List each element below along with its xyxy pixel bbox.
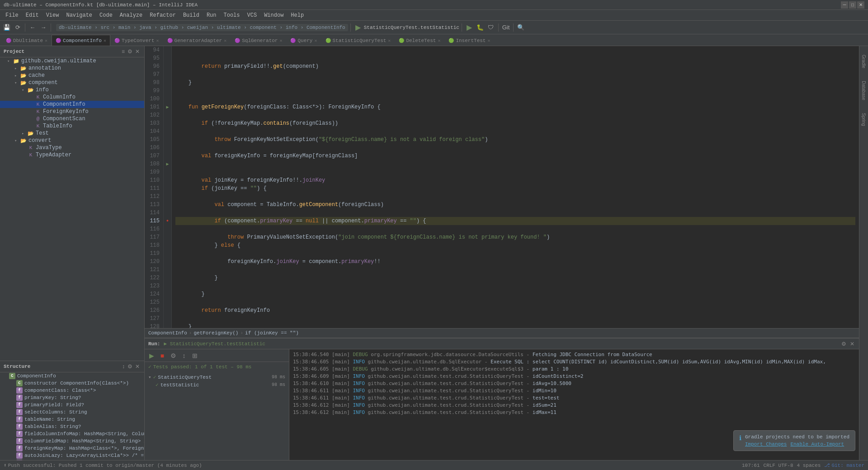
tab-deletetest[interactable]: 🟢 DeleteTest ✕ — [395, 35, 444, 46]
tab-inserttest[interactable]: 🟢 InsertTest ✕ — [444, 35, 494, 46]
tab-close-sqlgenerator[interactable]: ✕ — [279, 38, 282, 43]
struct-field-tablealias[interactable]: f tableAlias: String? — [0, 423, 144, 430]
menu-file[interactable]: File — [2, 11, 22, 19]
tab-dbultimate[interactable]: 🟣 DbUltimate ✕ — [2, 35, 52, 46]
structure-settings-button[interactable]: ⚙ — [127, 363, 133, 370]
tree-foreignkeyinfo[interactable]: K ForeignKeyInfo — [0, 108, 144, 115]
forward-button[interactable]: → — [38, 23, 48, 33]
tab-close-statisticquerytest[interactable]: ✕ — [388, 38, 391, 43]
menu-analyze[interactable]: Analyze — [116, 11, 146, 19]
menu-tools[interactable]: Tools — [220, 11, 244, 19]
tab-statisticquerytest[interactable]: 🟢 StatisticQueryTest ✕ — [321, 35, 395, 46]
tab-sqlgenerator[interactable]: 🟣 SqlGenerator ✕ — [231, 35, 286, 46]
gradle-import-link[interactable]: Import Changes — [745, 442, 787, 447]
run-rerun-button[interactable]: ▶ — [146, 351, 156, 361]
run-stop-button[interactable]: ■ — [157, 351, 167, 361]
breadcrumb-ifjoinkey[interactable]: if (joinKey == "") — [245, 330, 299, 336]
tree-root[interactable]: ▾ 📁 github.cweijan.ultimate — [0, 57, 144, 65]
tab-generatoradapter[interactable]: 🟣 GeneratorAdapter ✕ — [163, 35, 231, 46]
tab-close-deletetest[interactable]: ✕ — [438, 38, 440, 43]
struct-field-primarykey[interactable]: f primaryKey: String? — [0, 394, 144, 401]
breadcrumb-componentinfo[interactable]: ComponentInfo — [148, 330, 187, 336]
tree-columninfo[interactable]: K ColumnInfo — [0, 94, 144, 101]
tab-close-generatoradapter[interactable]: ✕ — [224, 38, 226, 43]
run-config-button[interactable]: ▶ — [353, 23, 363, 33]
sync-button[interactable]: ⟳ — [13, 23, 23, 33]
struct-constructor[interactable]: C constructor ComponentInfo(Class<*>) — [0, 380, 144, 387]
tab-close-typeconvert[interactable]: ✕ — [156, 38, 159, 43]
run-config-label[interactable]: StatisticQueryTest.testStatistic — [364, 25, 459, 30]
menu-code[interactable]: Code — [96, 11, 116, 19]
struct-field-primaryfield[interactable]: f primaryField: Field? — [0, 401, 144, 409]
tab-componentinfo[interactable]: 🟣 ComponentInfo ✕ — [52, 35, 110, 46]
minimize-button[interactable]: ─ — [841, 1, 848, 9]
toolbar-breadcrumb[interactable]: db-ultimate › src › main › java › github… — [56, 24, 348, 31]
tab-query[interactable]: 🟣 Query ✕ — [286, 35, 321, 46]
menu-navigate[interactable]: Navigate — [62, 11, 96, 19]
tree-cache[interactable]: ▸ 📂 cache — [0, 72, 144, 79]
tree-tableinfo[interactable]: K TableInfo — [0, 122, 144, 130]
status-position[interactable]: 107:61 — [742, 463, 760, 468]
tab-close-inserttest[interactable]: ✕ — [487, 38, 490, 43]
gradle-auto-import-link[interactable]: Enable Auto-Import — [790, 442, 844, 447]
project-collapse-all[interactable]: ≡ — [121, 48, 126, 55]
test-suite-header[interactable]: ▾ ✓ StatisticQueryTest 98 ms — [148, 373, 285, 381]
project-settings[interactable]: ⚙ — [127, 48, 133, 55]
status-encoding[interactable]: CRLF UTF-8 — [764, 463, 793, 468]
tree-component[interactable]: ▾ 📂 component — [0, 79, 144, 86]
run-filter-button[interactable]: ⚙ — [168, 351, 178, 361]
struct-field-columnfieldmap[interactable]: f columnFieldMap: HashMap<String, String… — [0, 437, 144, 445]
tab-typeconvert[interactable]: 🟣 TypeConvert ✕ — [110, 35, 163, 46]
debug-button[interactable]: 🐛 — [475, 23, 485, 33]
menu-run[interactable]: Run — [203, 11, 220, 19]
struct-field-selectcolumns[interactable]: f selectColumns: String — [0, 409, 144, 416]
back-button[interactable]: ← — [28, 23, 38, 33]
run-expand-button[interactable]: ⊞ — [190, 351, 200, 361]
run-panel-settings[interactable]: ⚙ — [840, 340, 847, 348]
tree-componentinfo[interactable]: K ComponentInfo — [0, 101, 144, 108]
run-with-coverage-button[interactable]: 🛡 — [486, 23, 496, 33]
status-git-push[interactable]: ⬆ Push successful: Pushed 1 commit to or… — [4, 462, 202, 468]
run-config-name[interactable]: ▶ StatisticQueryTest.testStatistic — [164, 341, 265, 347]
spring-panel-button[interactable]: Spring — [860, 106, 868, 133]
tab-close-dbultimate[interactable]: ✕ — [45, 38, 47, 43]
tree-javatype[interactable]: K JavaType — [0, 144, 144, 151]
menu-view[interactable]: View — [42, 11, 63, 19]
menu-help[interactable]: Help — [287, 11, 307, 19]
tree-typeadapter[interactable]: K TypeAdapter — [0, 151, 144, 159]
struct-field-tablename[interactable]: f tableName: String — [0, 416, 144, 423]
close-button[interactable]: ✕ — [857, 1, 864, 9]
run-sort-button[interactable]: ↕ — [179, 351, 189, 361]
struct-field-foreignkeymap[interactable]: f foreignKeyMap: HashMap<Class<*>, Forei… — [0, 445, 144, 452]
menu-build[interactable]: Build — [179, 11, 203, 19]
tree-info[interactable]: ▾ 📂 info — [0, 86, 144, 94]
menu-edit[interactable]: Edit — [22, 11, 42, 19]
tree-convert[interactable]: ▾ 📂 convert — [0, 137, 144, 144]
menu-window[interactable]: Window — [260, 11, 287, 19]
database-panel-button[interactable]: Database — [860, 77, 868, 104]
struct-field-autojoinlazy[interactable]: f autoJoinLazy: Lazy<ArrayList<Cla*>> /*… — [0, 452, 144, 459]
menu-vcs[interactable]: VCS — [244, 11, 261, 19]
structure-close-button[interactable]: ✕ — [134, 363, 141, 370]
run-panel-close[interactable]: ✕ — [849, 340, 855, 348]
code-content[interactable]: return primaryField!!.get(component) } f… — [172, 46, 859, 328]
struct-classname[interactable]: C ComponentInfo — [0, 372, 144, 380]
maximize-button[interactable]: □ — [849, 1, 856, 9]
gradle-panel-button[interactable]: Gradle — [860, 48, 868, 75]
run-button[interactable]: ▶ — [464, 23, 474, 33]
status-indent[interactable]: 4 spaces — [797, 463, 821, 468]
status-branch[interactable]: ⎇ Git: master — [824, 462, 864, 468]
breadcrumb-getforeignkey[interactable]: getForeignKey() — [193, 330, 238, 336]
search-everywhere-button[interactable]: 🔍 — [516, 23, 526, 33]
menu-refactor[interactable]: Refactor — [146, 11, 179, 19]
project-close[interactable]: ✕ — [134, 48, 141, 55]
tree-annotation[interactable]: ▸ 📂 annotation — [0, 65, 144, 72]
structure-sort-button[interactable]: ↕ — [121, 363, 126, 370]
test-item-teststatistic[interactable]: ✓ testStatistic 98 ms — [148, 381, 285, 389]
git-button[interactable]: Git — [501, 23, 511, 33]
tab-close-query[interactable]: ✕ — [314, 38, 317, 43]
struct-field-componentclass[interactable]: f componentClass: Class<*> — [0, 387, 144, 394]
struct-field-fieldcolumninfomap[interactable]: f fieldColumnInfoMap: HashMap<String, Co… — [0, 430, 144, 437]
tab-close-componentinfo[interactable]: ✕ — [104, 38, 106, 43]
tree-test[interactable]: ▸ 📂 Test — [0, 130, 144, 137]
